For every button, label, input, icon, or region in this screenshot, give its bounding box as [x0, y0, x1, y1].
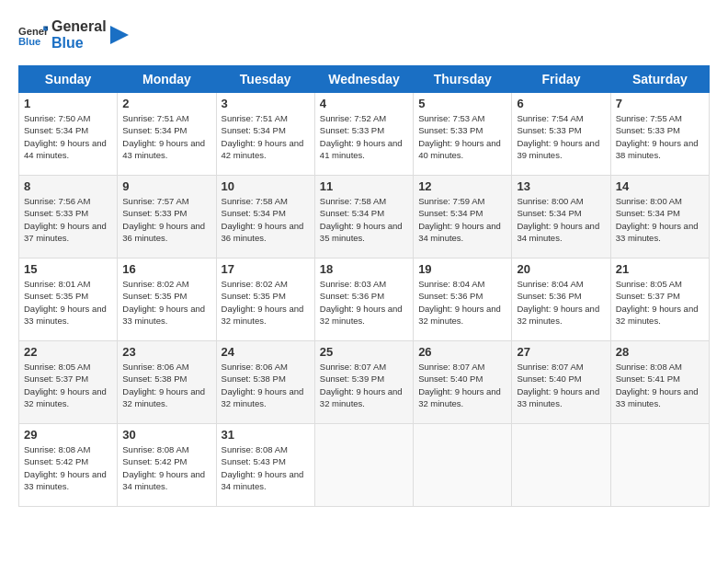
day-header-sunday: Sunday [19, 66, 118, 93]
day-number: 9 [122, 179, 210, 193]
calendar-cell: 5 Sunrise: 7:53 AM Sunset: 5:33 PM Dayli… [414, 93, 512, 176]
calendar-cell: 11 Sunrise: 7:58 AM Sunset: 5:34 PM Dayl… [314, 176, 413, 259]
day-number: 6 [517, 97, 605, 110]
calendar-week-1: 1 Sunrise: 7:50 AM Sunset: 5:34 PM Dayli… [19, 93, 710, 176]
calendar-cell: 26 Sunrise: 8:07 AM Sunset: 5:40 PM Dayl… [414, 341, 512, 424]
day-number: 29 [24, 428, 112, 442]
day-number: 17 [222, 262, 310, 276]
day-number: 1 [24, 97, 112, 110]
svg-text:Blue: Blue [18, 36, 40, 47]
logo-icon: General Blue [18, 20, 48, 50]
day-number: 15 [24, 262, 112, 276]
day-number: 26 [418, 345, 506, 359]
calendar-cell: 4 Sunrise: 7:52 AM Sunset: 5:33 PM Dayli… [314, 93, 413, 176]
day-info: Sunrise: 8:06 AM Sunset: 5:38 PM Dayligh… [222, 361, 310, 409]
day-header-thursday: Thursday [414, 66, 512, 93]
day-header-tuesday: Tuesday [216, 66, 314, 93]
logo-text-general: General [51, 18, 107, 35]
day-header-monday: Monday [118, 66, 216, 93]
calendar-cell: 27 Sunrise: 8:07 AM Sunset: 5:40 PM Dayl… [512, 341, 610, 424]
day-header-saturday: Saturday [610, 66, 709, 93]
day-number: 13 [517, 179, 605, 193]
svg-marker-4 [110, 26, 129, 44]
day-number: 11 [320, 179, 408, 193]
day-info: Sunrise: 7:52 AM Sunset: 5:33 PM Dayligh… [320, 112, 408, 161]
day-number: 4 [320, 97, 408, 110]
day-number: 3 [222, 97, 310, 110]
day-number: 25 [320, 345, 408, 359]
day-number: 7 [616, 97, 704, 110]
day-header-wednesday: Wednesday [314, 66, 413, 93]
day-info: Sunrise: 8:08 AM Sunset: 5:41 PM Dayligh… [616, 361, 704, 409]
day-number: 24 [222, 345, 310, 359]
calendar-cell: 10 Sunrise: 7:58 AM Sunset: 5:34 PM Dayl… [216, 176, 314, 259]
day-info: Sunrise: 8:02 AM Sunset: 5:35 PM Dayligh… [122, 278, 210, 327]
day-info: Sunrise: 8:02 AM Sunset: 5:35 PM Dayligh… [222, 278, 310, 327]
calendar-cell: 12 Sunrise: 7:59 AM Sunset: 5:34 PM Dayl… [414, 176, 512, 259]
day-info: Sunrise: 7:56 AM Sunset: 5:33 PM Dayligh… [24, 195, 112, 244]
day-info: Sunrise: 7:53 AM Sunset: 5:33 PM Dayligh… [418, 112, 506, 161]
calendar-cell: 18 Sunrise: 8:03 AM Sunset: 5:36 PM Dayl… [314, 259, 413, 341]
calendar-week-4: 22 Sunrise: 8:05 AM Sunset: 5:37 PM Dayl… [19, 341, 710, 424]
day-number: 30 [122, 428, 210, 442]
day-info: Sunrise: 8:07 AM Sunset: 5:39 PM Dayligh… [320, 361, 408, 409]
day-number: 21 [616, 262, 704, 276]
calendar-cell: 19 Sunrise: 8:04 AM Sunset: 5:36 PM Dayl… [414, 259, 512, 341]
logo-text-blue: Blue [51, 35, 107, 52]
calendar-cell: 9 Sunrise: 7:57 AM Sunset: 5:33 PM Dayli… [118, 176, 216, 259]
calendar-week-5: 29 Sunrise: 8:08 AM Sunset: 5:42 PM Dayl… [19, 424, 710, 507]
calendar-cell: 31 Sunrise: 8:08 AM Sunset: 5:43 PM Dayl… [216, 424, 314, 507]
calendar-cell: 17 Sunrise: 8:02 AM Sunset: 5:35 PM Dayl… [216, 259, 314, 341]
calendar-cell: 23 Sunrise: 8:06 AM Sunset: 5:38 PM Dayl… [118, 341, 216, 424]
calendar-cell: 15 Sunrise: 8:01 AM Sunset: 5:35 PM Dayl… [19, 259, 118, 341]
day-header-friday: Friday [512, 66, 610, 93]
calendar-table: SundayMondayTuesdayWednesdayThursdayFrid… [18, 65, 710, 507]
calendar-cell: 22 Sunrise: 8:05 AM Sunset: 5:37 PM Dayl… [19, 341, 118, 424]
day-info: Sunrise: 8:08 AM Sunset: 5:43 PM Dayligh… [222, 443, 310, 492]
calendar-cell: 29 Sunrise: 8:08 AM Sunset: 5:42 PM Dayl… [19, 424, 118, 507]
calendar-cell [610, 424, 709, 507]
day-number: 12 [418, 179, 506, 193]
day-info: Sunrise: 7:51 AM Sunset: 5:34 PM Dayligh… [222, 112, 310, 161]
calendar-cell [314, 424, 413, 507]
page-header: General Blue General Blue [18, 18, 710, 51]
day-info: Sunrise: 7:57 AM Sunset: 5:33 PM Dayligh… [122, 195, 210, 244]
day-number: 20 [517, 262, 605, 276]
day-info: Sunrise: 8:04 AM Sunset: 5:36 PM Dayligh… [418, 278, 506, 327]
day-number: 14 [616, 179, 704, 193]
day-number: 23 [122, 345, 210, 359]
day-info: Sunrise: 8:06 AM Sunset: 5:38 PM Dayligh… [122, 361, 210, 409]
day-info: Sunrise: 8:04 AM Sunset: 5:36 PM Dayligh… [517, 278, 605, 327]
day-info: Sunrise: 8:07 AM Sunset: 5:40 PM Dayligh… [418, 361, 506, 409]
calendar-cell: 30 Sunrise: 8:08 AM Sunset: 5:42 PM Dayl… [118, 424, 216, 507]
calendar-cell [414, 424, 512, 507]
day-info: Sunrise: 7:55 AM Sunset: 5:33 PM Dayligh… [616, 112, 704, 161]
day-number: 5 [418, 97, 506, 110]
day-number: 28 [616, 345, 704, 359]
calendar-cell: 25 Sunrise: 8:07 AM Sunset: 5:39 PM Dayl… [314, 341, 413, 424]
calendar-cell: 7 Sunrise: 7:55 AM Sunset: 5:33 PM Dayli… [610, 93, 709, 176]
day-number: 31 [222, 428, 310, 442]
day-info: Sunrise: 8:00 AM Sunset: 5:34 PM Dayligh… [517, 195, 605, 244]
day-info: Sunrise: 8:07 AM Sunset: 5:40 PM Dayligh… [517, 361, 605, 409]
day-info: Sunrise: 8:08 AM Sunset: 5:42 PM Dayligh… [122, 443, 210, 492]
logo: General Blue General Blue [18, 18, 129, 51]
calendar-cell: 14 Sunrise: 8:00 AM Sunset: 5:34 PM Dayl… [610, 176, 709, 259]
calendar-header-row: SundayMondayTuesdayWednesdayThursdayFrid… [19, 66, 710, 93]
day-number: 22 [24, 345, 112, 359]
day-number: 2 [122, 97, 210, 110]
day-info: Sunrise: 8:08 AM Sunset: 5:42 PM Dayligh… [24, 443, 112, 492]
calendar-cell: 2 Sunrise: 7:51 AM Sunset: 5:34 PM Dayli… [118, 93, 216, 176]
calendar-cell: 8 Sunrise: 7:56 AM Sunset: 5:33 PM Dayli… [19, 176, 118, 259]
calendar-week-3: 15 Sunrise: 8:01 AM Sunset: 5:35 PM Dayl… [19, 259, 710, 341]
day-info: Sunrise: 8:00 AM Sunset: 5:34 PM Dayligh… [616, 195, 704, 244]
calendar-cell: 6 Sunrise: 7:54 AM Sunset: 5:33 PM Dayli… [512, 93, 610, 176]
day-info: Sunrise: 8:05 AM Sunset: 5:37 PM Dayligh… [616, 278, 704, 327]
day-number: 10 [222, 179, 310, 193]
calendar-cell: 13 Sunrise: 8:00 AM Sunset: 5:34 PM Dayl… [512, 176, 610, 259]
day-info: Sunrise: 7:50 AM Sunset: 5:34 PM Dayligh… [24, 112, 112, 161]
day-number: 8 [24, 179, 112, 193]
day-number: 18 [320, 262, 408, 276]
calendar-cell: 20 Sunrise: 8:04 AM Sunset: 5:36 PM Dayl… [512, 259, 610, 341]
day-number: 16 [122, 262, 210, 276]
